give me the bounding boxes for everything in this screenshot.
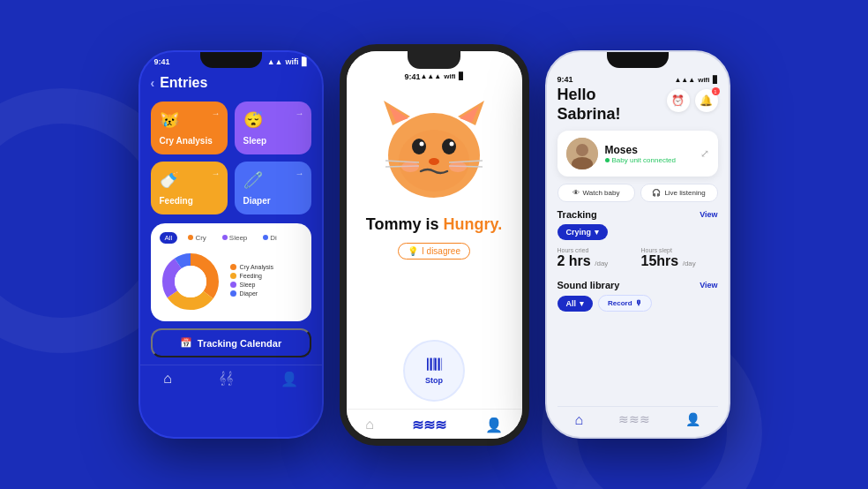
sound-library-view-link[interactable]: View: [700, 281, 717, 290]
status-dot: [605, 158, 610, 162]
notch-right: [607, 52, 669, 68]
time-center: 9:41: [404, 72, 420, 81]
hours-slept-label: Hours slept: [641, 247, 718, 253]
expand-icon[interactable]: ⤢: [700, 147, 709, 160]
stop-button[interactable]: 𝄃𝄃𝄀𝄃𝄃 Stop: [403, 340, 465, 402]
sleep-card[interactable]: 😴 → Sleep: [235, 102, 311, 154]
sound-chevron-icon: ▾: [580, 299, 584, 308]
cat-face-container: [377, 92, 491, 207]
hello-section: Hello Sabrina!: [557, 86, 621, 124]
name-text: Sabrina!: [557, 105, 621, 124]
headphone-icon: 🎧: [652, 189, 661, 197]
card-arrow-cry: →: [212, 109, 221, 118]
chart-area: Cry Analysis Feeding Sleep Diaper: [160, 251, 303, 312]
hello-text: Hello: [557, 86, 621, 105]
filter-tabs: All Cry Sleep Di: [160, 232, 303, 244]
filter-all[interactable]: All: [160, 232, 178, 244]
bell-btn[interactable]: 🔔 1: [695, 89, 718, 112]
legend-dot-feeding: [230, 273, 236, 279]
diaper-card[interactable]: 🧷 → Diaper: [235, 162, 311, 214]
status-text: Baby unit connected: [612, 156, 677, 164]
watch-baby-button[interactable]: 👁 Watch baby: [557, 184, 635, 202]
sound-filter-dropdown[interactable]: All ▾: [557, 296, 594, 312]
nav-audio-right[interactable]: ≋≋≋: [618, 412, 650, 428]
cry-icon: 😿: [160, 110, 219, 130]
record-button[interactable]: Record 🎙: [598, 295, 652, 312]
bottom-nav-left: ⌂ 𝄞𝄞 👤: [140, 365, 322, 395]
crying-dropdown[interactable]: Crying ▾: [557, 224, 609, 240]
tracking-header: Tracking View: [557, 209, 718, 220]
diaper-dot: [263, 235, 268, 240]
nav-audio-left[interactable]: 𝄞𝄞: [219, 371, 233, 387]
status-icons-center: ▲▲▲ wifi ▊: [420, 72, 463, 80]
notch-center: [408, 51, 460, 69]
disagree-button[interactable]: 💡 I disagree: [398, 243, 470, 260]
sleep-dot: [222, 235, 228, 240]
svg-point-14: [450, 141, 454, 146]
top-action-icons: ⏰ 🔔 1: [667, 89, 718, 112]
legend-label-cry: Cry Analysis: [240, 264, 274, 270]
svg-point-23: [576, 144, 588, 156]
feeding-icon: 🍼: [160, 170, 219, 190]
moses-avatar: [566, 138, 598, 169]
listen-label: Live listening: [664, 189, 705, 197]
feeding-label: Feeding: [160, 196, 219, 206]
phones-container: 9:41 ▲▲ wifi ▊ ‹ Entries 😿 → Cry Analysi…: [138, 44, 730, 446]
hours-slept-value: 15hrs: [641, 253, 679, 268]
battery-right: ▊: [713, 76, 718, 84]
sound-library-section: Sound library View All ▾ Record 🎙: [557, 280, 718, 312]
disagree-label: I disagree: [422, 246, 460, 256]
svg-point-20: [401, 162, 419, 172]
nav-home-right[interactable]: ⌂: [574, 412, 583, 428]
dropdown-label: Crying: [566, 228, 592, 237]
signal-icon: ▲▲: [267, 57, 283, 66]
svg-point-13: [420, 141, 424, 146]
live-listening-button[interactable]: 🎧 Live listening: [640, 184, 718, 202]
left-phone-content: ‹ Entries 😿 → Cry Analysis 😴 → Sleep 🍼 →: [140, 68, 322, 365]
sound-library-header: Sound library View: [557, 280, 718, 290]
card-arrow-diaper: →: [296, 169, 304, 178]
left-header: ‹ Entries: [151, 75, 311, 91]
sound-filter-label: All: [566, 299, 577, 308]
legend-dot-diaper: [230, 290, 236, 297]
moses-status: Baby unit connected: [605, 156, 693, 164]
nav-profile-center[interactable]: 👤: [485, 417, 503, 433]
feeding-card[interactable]: 🍼 → Feeding: [151, 162, 228, 214]
nav-audio-center[interactable]: ≋≋≋: [412, 417, 446, 433]
nav-home-center[interactable]: ⌂: [365, 417, 374, 433]
nav-profile-left[interactable]: 👤: [281, 371, 298, 387]
tracking-view-link[interactable]: View: [700, 210, 717, 219]
notch-left: [200, 52, 262, 68]
cry-analysis-card[interactable]: 😿 → Cry Analysis: [151, 102, 228, 154]
donut-chart: [160, 251, 221, 312]
stats-row: Hours cried 2 hrs /day Hours slept 15hrs…: [557, 247, 718, 269]
filter-cry[interactable]: Cry: [183, 232, 211, 244]
hours-cried-stat: Hours cried 2 hrs /day: [557, 247, 634, 269]
moses-name: Moses: [605, 144, 693, 156]
hello-row: Hello Sabrina! ⏰ 🔔 1: [557, 86, 718, 124]
cry-dot: [188, 235, 193, 240]
status-icons-right: ▲▲▲ wifi ▊: [674, 76, 717, 84]
bottom-nav-right: ⌂ ≋≋≋ 👤: [557, 406, 718, 432]
hours-cried-value: 2 hrs: [557, 253, 591, 268]
nav-home-left[interactable]: ⌂: [163, 371, 172, 387]
filter-diaper[interactable]: Di: [258, 232, 282, 244]
svg-point-11: [412, 139, 426, 154]
legend-dot-cry: [230, 264, 236, 270]
hours-slept-unit: /day: [683, 260, 696, 267]
legend-diaper: Diaper: [230, 290, 303, 297]
tracking-calendar-label: Tracking Calendar: [198, 338, 281, 349]
svg-point-4: [175, 266, 206, 297]
hours-slept-value-row: 15hrs /day: [641, 253, 718, 269]
tracking-section: Tracking View Crying ▾ Hours cried 2 hrs…: [557, 209, 718, 276]
chart-legend: Cry Analysis Feeding Sleep Diaper: [230, 264, 303, 299]
signal-right: ▲▲▲: [674, 76, 695, 84]
moses-card[interactable]: Moses Baby unit connected ⤢: [557, 131, 718, 177]
back-arrow[interactable]: ‹: [151, 76, 155, 90]
chevron-down-icon: ▾: [595, 228, 599, 237]
tracking-calendar-button[interactable]: 📅 Tracking Calendar: [151, 328, 311, 357]
clock-btn[interactable]: ⏰: [667, 89, 690, 112]
nav-profile-right[interactable]: 👤: [685, 412, 700, 428]
time-left: 9:41: [154, 57, 170, 66]
filter-sleep[interactable]: Sleep: [217, 232, 252, 244]
